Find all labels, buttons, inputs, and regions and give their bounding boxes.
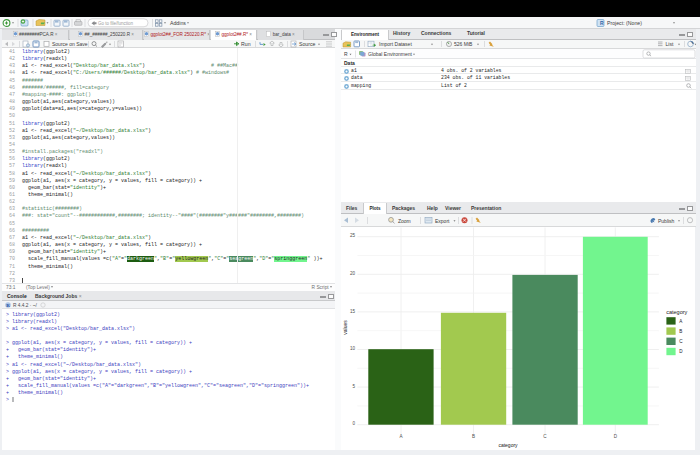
svg-text:R: R [344,51,348,57]
svg-text:526 MiB: 526 MiB [454,41,473,47]
svg-text:Export: Export [435,218,450,224]
svg-text:C: C [543,434,547,439]
svg-text:Run: Run [241,41,251,47]
svg-text:D: D [679,349,683,354]
svg-text:R: R [6,303,10,308]
svg-text:25: 25 [350,233,356,238]
svg-text:R: R [600,20,604,26]
svg-text:Go to file/function: Go to file/function [98,21,134,26]
svg-text:A: A [399,434,403,439]
svg-text:Source: Source [299,41,316,47]
svg-text:Publish: Publish [658,218,675,224]
svg-text:R 4.4.2 · ~/: R 4.4.2 · ~/ [13,303,38,308]
svg-text:Project: (None): Project: (None) [607,20,642,26]
svg-text:5: 5 [352,384,355,389]
svg-text:Source on Save: Source on Save [52,41,88,47]
svg-text:0: 0 [352,421,355,426]
svg-text:Addins: Addins [170,20,186,26]
svg-text:B: B [472,434,475,439]
svg-text:List: List [666,41,674,47]
svg-text:15: 15 [350,309,356,314]
svg-text:10: 10 [350,346,356,351]
svg-text:values: values [342,320,348,335]
svg-text:D: D [614,434,618,439]
svg-text:category: category [666,309,687,315]
svg-text:Global Environment: Global Environment [368,51,413,57]
svg-text:Import Dataset: Import Dataset [379,41,412,47]
svg-text:20: 20 [350,271,356,276]
svg-text:C: C [679,339,683,344]
svg-text:category: category [498,442,518,448]
svg-text:Zoom: Zoom [398,218,411,224]
svg-text:B: B [679,329,682,334]
svg-text:A: A [679,319,683,324]
